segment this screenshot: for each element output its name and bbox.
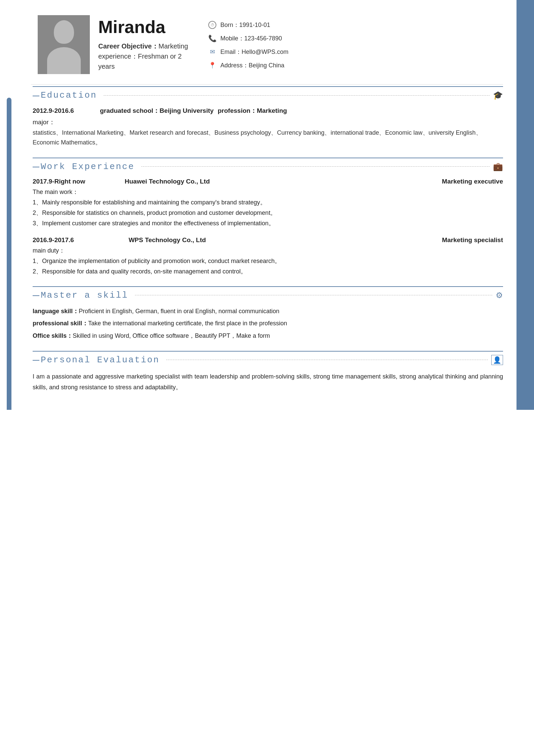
eval-header: — Personal Evaluation 👤	[33, 355, 503, 365]
header-section: Miranda Career Objective：Marketing exper…	[31, 0, 503, 85]
edu-school-label: graduated school：	[100, 107, 159, 114]
work-entry-1: 2017.9-Right now Huawei Technology Co., …	[33, 178, 503, 228]
skills-title-heading: Master a skill	[41, 290, 128, 300]
profile-photo	[38, 15, 90, 74]
header-name-section: Miranda Career Objective：Marketing exper…	[98, 15, 199, 71]
born-info: ⏱ Born： 1991-10-01	[208, 20, 490, 30]
graduation-icon: 🎓	[493, 91, 503, 100]
career-label: Career Objective：	[98, 42, 158, 50]
work-company-1: Huawei Technology Co., Ltd	[100, 178, 235, 185]
work-item-1-2: 2、Responsible for statistics on channels…	[33, 208, 503, 218]
professional-skill-value: Take the international marketing certifi…	[88, 320, 287, 327]
personal-eval-section: — Personal Evaluation 👤 I am a passionat…	[31, 351, 503, 393]
sidebar-bar	[0, 0, 17, 410]
education-line	[104, 95, 490, 96]
sidebar-accent	[7, 98, 11, 410]
work-dash: —	[33, 163, 39, 170]
edu-major-label: major：	[33, 118, 503, 127]
education-header: — Education 🎓	[33, 90, 503, 100]
address-info: 📍 Address： Beijing China	[208, 61, 490, 70]
work-main-label-1: The main work：	[33, 188, 503, 196]
work-jobtitle-1: Marketing executive	[235, 178, 503, 185]
email-label: Email：	[220, 48, 242, 56]
contact-section: ⏱ Born： 1991-10-01 📞 Mobile： 123-456-789…	[208, 15, 490, 74]
language-skill: language skill：Proficient in English, Ge…	[33, 306, 503, 316]
eval-divider	[33, 351, 503, 352]
email-icon: ✉	[208, 47, 217, 57]
eval-title-heading: Personal Evaluation	[41, 355, 159, 365]
education-divider	[33, 86, 503, 87]
edu-school-info: graduated school：Beijing University	[100, 106, 218, 115]
email-info: ✉ Email： Hello@WPS.com	[208, 47, 490, 57]
location-icon: 📍	[208, 61, 217, 70]
professional-skill: professional skill：Take the internationa…	[33, 319, 503, 328]
gear-icon: ⚙	[496, 291, 503, 300]
candidate-name: Miranda	[98, 17, 199, 37]
work-item-1-3: 3、Implement customer care strategies and…	[33, 219, 503, 228]
born-value: 1991-10-01	[239, 22, 270, 29]
skills-dash: —	[33, 291, 39, 299]
office-skill-value: Skilled in using Word, Office office sof…	[73, 332, 270, 339]
work-section: — Work Experience 💼 2017.9-Right now Hua…	[31, 158, 503, 276]
work-jobtitle-2: Marketing specialist	[235, 236, 503, 244]
clock-icon: ⏱	[208, 20, 217, 30]
career-objective: Career Objective：Marketing experience：Fr…	[98, 41, 199, 71]
career-value: Marketing	[158, 42, 188, 50]
education-row: 2012.9-2016.6 graduated school：Beijing U…	[33, 106, 503, 115]
language-skill-value: Proficient in English, German, fluent in…	[79, 308, 279, 315]
professional-skill-label: professional skill：	[33, 320, 88, 327]
work-company-2: WPS Technology Co., Ltd	[100, 236, 235, 244]
work-date-2: 2016.9-2017.6	[33, 236, 100, 244]
edu-courses: statistics、International Marketing、Marke…	[33, 128, 503, 147]
education-section: — Education 🎓 2012.9-2016.6 graduated sc…	[31, 86, 503, 147]
mobile-info: 📞 Mobile： 123-456-7890	[208, 34, 490, 43]
skills-header: — Master a skill ⚙	[33, 290, 503, 300]
work-main-label-2: main duty：	[33, 246, 503, 255]
edu-profession-label: profession：	[218, 107, 257, 114]
email-value: Hello@WPS.com	[242, 48, 288, 56]
edu-date: 2012.9-2016.6	[33, 107, 100, 114]
mobile-label: Mobile：	[220, 34, 244, 42]
briefcase-icon: 💼	[493, 162, 503, 171]
work-row-1: 2017.9-Right now Huawei Technology Co., …	[33, 178, 503, 185]
work-row-2: 2016.9-2017.6 WPS Technology Co., Ltd Ma…	[33, 236, 503, 244]
right-accent-bar	[517, 0, 534, 410]
work-item-2-1: 1、Organize the implementation of publici…	[33, 257, 503, 266]
edu-profession-info: profession：Marketing	[218, 106, 287, 115]
work-entry-2: 2016.9-2017.6 WPS Technology Co., Ltd Ma…	[33, 236, 503, 276]
personal-eval-text: I am a passionate and aggressive marketi…	[33, 371, 503, 393]
language-skill-label: language skill：	[33, 308, 79, 315]
skills-line	[135, 295, 492, 295]
eval-line	[166, 360, 488, 360]
work-date-1: 2017.9-Right now	[33, 178, 100, 185]
education-title: Education	[41, 90, 97, 100]
work-item-2-2: 2、Responsible for data and quality recor…	[33, 267, 503, 276]
mobile-value: 123-456-7890	[244, 35, 282, 42]
address-label: Address：	[220, 61, 249, 69]
experience-label: experience：	[98, 53, 138, 60]
born-label: Born：	[220, 21, 239, 29]
skills-section: — Master a skill ⚙ language skill：Profic…	[31, 286, 503, 341]
work-line	[141, 166, 490, 167]
office-skill: Office skills：Skilled in using Word, Off…	[33, 331, 503, 341]
office-skill-label: Office skills：	[33, 332, 73, 339]
address-value: Beijing China	[249, 62, 284, 69]
phone-icon: 📞	[208, 34, 217, 43]
work-item-1-1: 1、Mainly responsible for establishing an…	[33, 198, 503, 207]
edu-school-value: Beijing University	[159, 107, 214, 114]
work-divider	[33, 158, 503, 158]
education-dash: —	[33, 92, 39, 99]
edu-profession-value: Marketing	[257, 107, 287, 114]
person-icon: 👤	[491, 355, 503, 365]
skills-divider	[33, 286, 503, 287]
eval-dash: —	[33, 356, 39, 364]
work-title-heading: Work Experience	[41, 162, 135, 172]
work-header: — Work Experience 💼	[33, 162, 503, 172]
